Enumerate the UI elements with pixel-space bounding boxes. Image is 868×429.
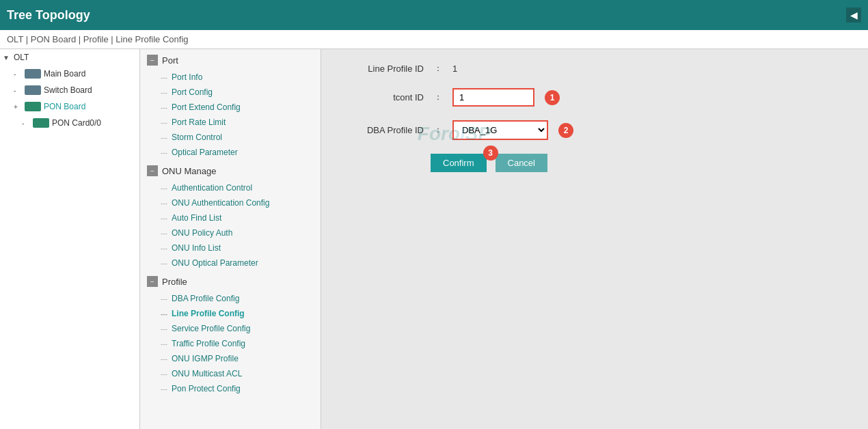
expand-icon-pon-card: - [22,120,30,127]
menu-port-config[interactable]: Port Config [140,85,321,100]
tcont-id-colon: ： [434,92,442,103]
tree-item-switch-board[interactable]: - Switch Board [0,82,139,98]
buttons-row: Confirm 3 Cancel [431,154,573,172]
app-header: Tree Topology ◀ [0,0,868,30]
section-profile-items: DBA Profile Config Line Profile Config S… [140,291,321,396]
line-profile-id-row: Line Profile ID ： 1 [335,63,573,74]
breadcrumb-pon-board[interactable]: PON Board [31,34,76,44]
menu-storm-control[interactable]: Storm Control [140,130,321,145]
menu-onu-optical-parameter[interactable]: ONU Optical Parameter [140,255,321,271]
breadcrumb-profile[interactable]: Profile [83,34,109,44]
line-profile-id-value: 1 [452,64,457,74]
breadcrumb-line-profile-config[interactable]: Line Profile Config [116,34,188,44]
expand-icon-olt: ▼ [3,54,11,61]
olt-label: OLT [14,53,29,62]
header-title-group: Tree Topology [7,8,90,23]
badge-2: 2 [558,123,573,138]
header-title: Tree Topology [7,8,90,23]
expand-icon-main-board: - [14,70,22,78]
pon-board-icon [25,102,41,111]
section-onu-header: − ONU Manage [140,160,321,180]
section-onu-items: Authentication Control ONU Authenticatio… [140,180,321,271]
badge-1: 1 [545,90,560,105]
section-profile-title: Profile [162,277,187,287]
content-area: Line Profile ID ： 1 tcont ID ： 1 DBA Pro… [321,49,868,429]
collapse-button[interactable]: ◀ [846,8,861,23]
form-container: Line Profile ID ： 1 tcont ID ： 1 DBA Pro… [335,63,573,186]
pon-board-label: PON Board [44,102,85,111]
section-onu-toggle[interactable]: − [147,165,158,176]
section-port-title: Port [162,55,178,66]
menu-onu-info-list[interactable]: ONU Info List [140,240,321,255]
section-profile-header: − Profile [140,271,321,291]
expand-icon-pon-board: + [14,103,22,111]
menu-traffic-profile-config[interactable]: Traffic Profile Config [140,336,321,351]
breadcrumb-sep-1: | [26,34,31,44]
menu-pon-protect-config[interactable]: Pon Protect Config [140,381,321,396]
tree-item-pon-card[interactable]: - PON Card0/0 [0,115,139,131]
section-profile-toggle[interactable]: − [147,276,158,287]
switch-board-icon [25,85,41,95]
tcont-id-input[interactable] [452,88,534,107]
menu-line-profile-config[interactable]: Line Profile Config [140,306,321,321]
menu-dba-profile-config[interactable]: DBA Profile Config [140,291,321,306]
menu-onu-multicast-acl[interactable]: ONU Multicast ACL [140,366,321,381]
tcont-id-label: tcont ID [335,92,424,102]
middle-panel: − Port Port Info Port Config Port Extend… [140,49,321,429]
expand-icon-switch-board: - [14,87,22,94]
line-profile-id-colon: ： [434,63,442,74]
sidebar: ▼ OLT - Main Board - Switch Board + [0,49,140,429]
menu-port-extend-config[interactable]: Port Extend Config [140,100,321,115]
menu-optical-parameter[interactable]: Optical Parameter [140,145,321,160]
tree-item-olt[interactable]: ▼ OLT [0,49,139,66]
pon-card-label: PON Card0/0 [52,118,101,128]
main-board-label: Main Board [44,69,85,79]
dba-profile-id-select[interactable]: DBA_1G DBA_512M DBA_256M DBA_128M [452,120,548,140]
menu-onu-policy-auth[interactable]: ONU Policy Auth [140,225,321,240]
confirm-button-wrapper: Confirm 3 [431,154,490,172]
main-layout: ▼ OLT - Main Board - Switch Board + [0,49,868,429]
line-profile-id-label: Line Profile ID [335,64,424,74]
dba-profile-id-row: DBA Profile ID ： DBA_1G DBA_512M DBA_256… [335,120,573,140]
section-port-toggle[interactable]: − [147,55,158,66]
badge-3: 3 [483,146,498,161]
menu-port-rate-limit[interactable]: Port Rate Limit [140,115,321,130]
menu-service-profile-config[interactable]: Service Profile Config [140,321,321,336]
dba-profile-id-label: DBA Profile ID [335,125,424,135]
pon-card-icon [33,118,49,128]
breadcrumb-olt[interactable]: OLT [7,34,23,44]
menu-onu-igmp-profile[interactable]: ONU IGMP Profile [140,351,321,366]
breadcrumb-sep-2: | [79,34,83,44]
main-board-icon [25,69,41,79]
tree-item-pon-board[interactable]: + PON Board [0,98,139,115]
dba-profile-id-colon: ： [434,124,442,136]
section-port-items: Port Info Port Config Port Extend Config… [140,70,321,160]
menu-onu-auth-config[interactable]: ONU Authentication Config [140,195,321,210]
tree-item-main-board[interactable]: - Main Board [0,66,139,82]
menu-port-info[interactable]: Port Info [140,70,321,85]
menu-authentication-control[interactable]: Authentication Control [140,180,321,195]
switch-board-label: Switch Board [44,85,92,95]
confirm-button[interactable]: Confirm [431,154,487,172]
breadcrumb: OLT | PON Board | Profile | Line Profile… [0,30,868,49]
section-port-header: − Port [140,49,321,70]
cancel-button[interactable]: Cancel [496,154,547,172]
menu-auto-find-list[interactable]: Auto Find List [140,210,321,225]
tcont-id-row: tcont ID ： 1 [335,88,573,107]
section-onu-title: ONU Manage [162,166,216,176]
